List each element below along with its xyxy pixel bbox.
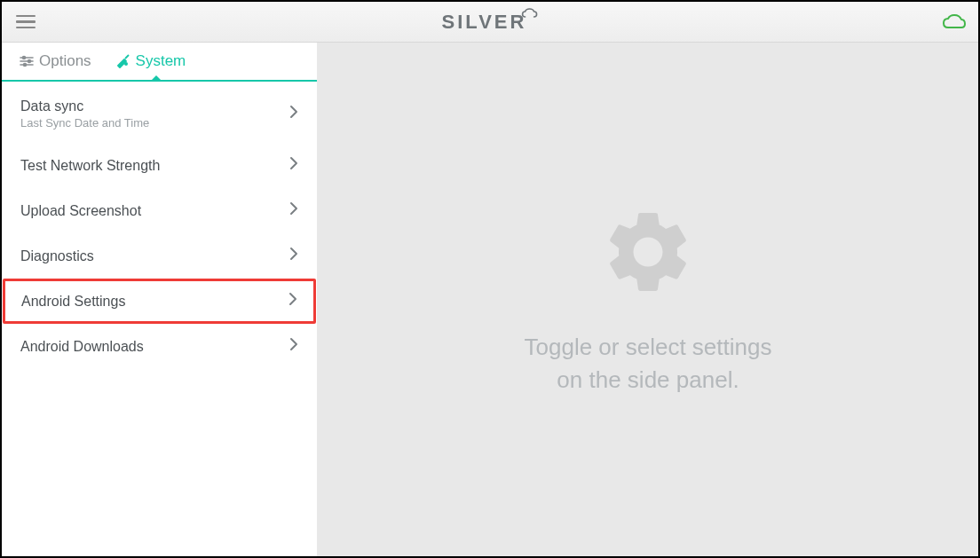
tab-system-label: System <box>136 52 186 70</box>
sidebar-item-label: Upload Screenshot <box>20 203 141 219</box>
sidebar-item-text: Test Network Strength <box>20 158 160 174</box>
chevron-right-icon <box>289 105 298 123</box>
tab-options[interactable]: Options <box>7 43 104 80</box>
svg-point-6 <box>124 62 128 66</box>
sidebar-item-label: Diagnostics <box>20 248 94 264</box>
svg-point-5 <box>24 64 27 67</box>
sidebar-item-label: Data sync <box>20 98 149 114</box>
sidebar-item-data-sync[interactable]: Data syncLast Sync Date and Time <box>2 85 317 143</box>
svg-point-3 <box>23 57 26 59</box>
gear-icon <box>599 203 697 304</box>
broom-icon <box>116 54 130 68</box>
sidebar-item-android-downloads[interactable]: Android Downloads <box>2 324 317 369</box>
chevron-right-icon <box>288 292 297 310</box>
chevron-right-icon <box>289 247 298 265</box>
chevron-right-icon <box>289 156 298 175</box>
sidebar-item-text: Android Downloads <box>20 339 144 355</box>
sidebar-item-android-settings[interactable]: Android Settings <box>3 279 316 324</box>
sidebar-item-text: Android Settings <box>21 294 125 310</box>
placeholder-line-2: on the side panel. <box>525 364 772 396</box>
app-header: SILVER <box>2 2 978 43</box>
sidebar-item-text: Data syncLast Sync Date and Time <box>20 98 149 130</box>
sidebar-item-upload-screenshot[interactable]: Upload Screenshot <box>2 188 317 233</box>
settings-sidebar: Options System Data syncLast Sync Date a… <box>2 43 318 556</box>
sidebar-item-sublabel: Last Sync Date and Time <box>20 116 149 130</box>
cloud-status-icon[interactable] <box>941 13 968 31</box>
sidebar-tabs: Options System <box>2 43 317 82</box>
sidebar-item-label: Android Downloads <box>20 339 144 355</box>
app-logo: SILVER <box>442 11 539 34</box>
main-content-panel: Toggle or select settings on the side pa… <box>318 43 978 556</box>
sidebar-item-test-network-strength[interactable]: Test Network Strength <box>2 143 317 188</box>
active-tab-indicator <box>150 75 162 82</box>
svg-point-4 <box>28 60 31 63</box>
chevron-right-icon <box>289 201 298 220</box>
tab-system[interactable]: System <box>104 43 199 80</box>
logo-text: SILVER <box>442 11 527 34</box>
sidebar-item-text: Diagnostics <box>20 248 94 264</box>
placeholder-line-1: Toggle or select settings <box>525 331 772 363</box>
sidebar-item-label: Android Settings <box>21 294 125 310</box>
hamburger-menu-icon[interactable] <box>12 12 39 33</box>
chevron-right-icon <box>289 337 298 356</box>
sidebar-item-diagnostics[interactable]: Diagnostics <box>2 233 317 279</box>
tab-options-label: Options <box>39 52 91 70</box>
sidebar-item-text: Upload Screenshot <box>20 203 141 219</box>
system-settings-list: Data syncLast Sync Date and TimeTest Net… <box>2 82 317 556</box>
sidebar-item-label: Test Network Strength <box>20 158 160 174</box>
placeholder-message: Toggle or select settings on the side pa… <box>525 331 772 396</box>
sliders-icon <box>20 54 34 68</box>
